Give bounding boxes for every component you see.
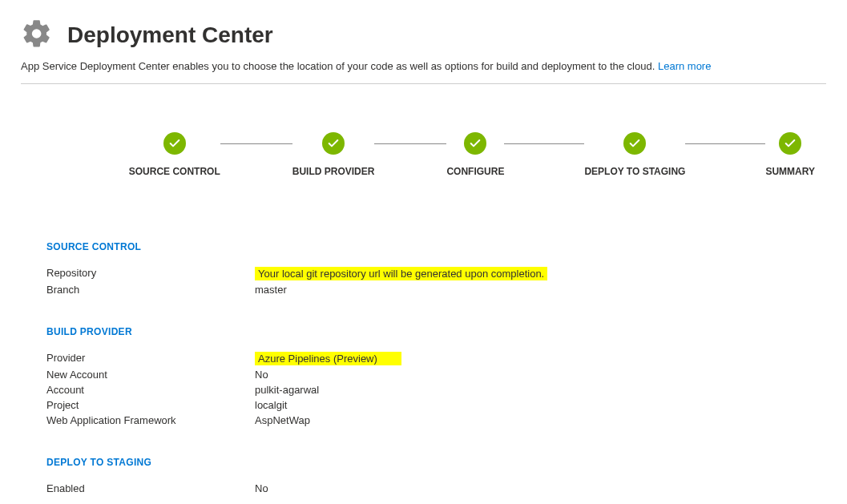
step-label: BUILD PROVIDER <box>292 166 375 177</box>
value-new-account: No <box>255 369 268 381</box>
step-label: CONFIGURE <box>446 166 504 177</box>
row-project: Project localgit <box>46 399 847 411</box>
check-icon <box>464 132 486 155</box>
subtitle-text: App Service Deployment Center enables yo… <box>21 60 658 72</box>
value-branch: master <box>255 284 287 296</box>
section-title-source-control: SOURCE CONTROL <box>46 241 847 252</box>
value-enabled: No <box>255 482 268 494</box>
step-connector <box>685 143 765 144</box>
page-title: Deployment Center <box>67 22 273 48</box>
page-header: Deployment Center <box>0 0 847 60</box>
label-enabled: Enabled <box>46 482 255 494</box>
value-project: localgit <box>255 399 287 411</box>
summary-content: SOURCE CONTROL Repository Your local git… <box>0 177 847 504</box>
label-framework: Web Application Framework <box>46 414 255 426</box>
step-deploy-staging[interactable]: DEPLOY TO STAGING <box>584 132 685 177</box>
row-repository: Repository Your local git repository url… <box>46 267 847 280</box>
step-connector <box>504 143 584 144</box>
row-provider: Provider Azure Pipelines (Preview) <box>46 352 847 365</box>
row-account: Account pulkit-agarwal <box>46 384 847 396</box>
subtitle: App Service Deployment Center enables yo… <box>0 60 847 83</box>
step-source-control[interactable]: SOURCE CONTROL <box>129 132 220 177</box>
check-icon <box>623 132 646 155</box>
row-enabled: Enabled No <box>46 482 847 494</box>
step-configure[interactable]: CONFIGURE <box>446 132 504 177</box>
step-connector <box>374 143 446 144</box>
gear-icon <box>21 18 53 52</box>
step-label: SUMMARY <box>765 166 815 177</box>
value-framework: AspNetWap <box>255 414 310 426</box>
step-label: SOURCE CONTROL <box>129 166 220 177</box>
row-branch: Branch master <box>46 284 847 296</box>
step-build-provider[interactable]: BUILD PROVIDER <box>292 132 375 177</box>
step-connector <box>220 143 292 144</box>
label-repository: Repository <box>46 267 255 280</box>
learn-more-link[interactable]: Learn more <box>658 60 711 72</box>
value-account: pulkit-agarwal <box>255 384 319 396</box>
row-new-account: New Account No <box>46 369 847 381</box>
label-new-account: New Account <box>46 369 255 381</box>
label-branch: Branch <box>46 284 255 296</box>
label-provider: Provider <box>46 352 255 365</box>
check-icon <box>322 132 345 155</box>
row-framework: Web Application Framework AspNetWap <box>46 414 847 426</box>
value-provider: Azure Pipelines (Preview) <box>255 352 401 365</box>
section-title-build-provider: BUILD PROVIDER <box>46 326 847 337</box>
label-project: Project <box>46 399 255 411</box>
value-repository: Your local git repository url will be ge… <box>255 267 547 280</box>
check-icon <box>163 132 186 155</box>
step-summary[interactable]: SUMMARY <box>765 132 815 177</box>
check-icon <box>779 132 801 155</box>
label-account: Account <box>46 384 255 396</box>
step-label: DEPLOY TO STAGING <box>584 166 685 177</box>
section-title-deploy-staging: DEPLOY TO STAGING <box>46 457 847 468</box>
stepper: SOURCE CONTROL BUILD PROVIDER CONFIGURE … <box>0 84 847 177</box>
